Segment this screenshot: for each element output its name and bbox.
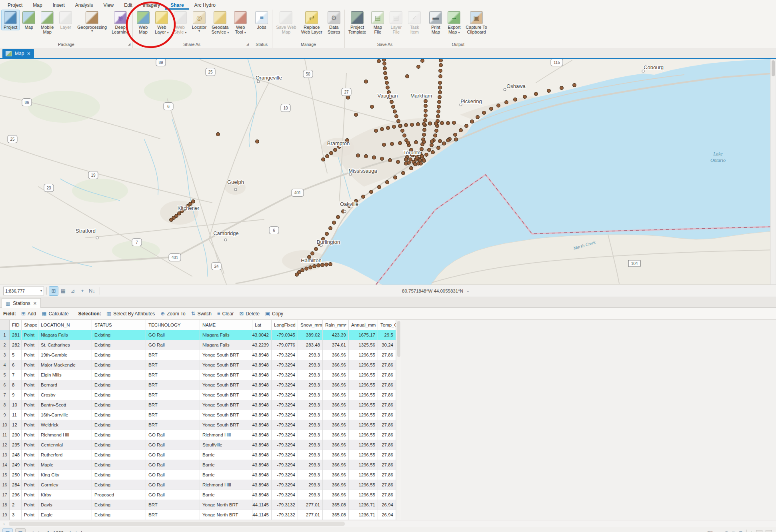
column-header-technology[interactable]: TECHNOLOGY bbox=[146, 320, 200, 330]
row-number-cell[interactable]: 19 bbox=[0, 510, 10, 520]
cell-temp_c[interactable]: 27.86 bbox=[378, 390, 396, 400]
column-header-lat[interactable]: Lat bbox=[252, 320, 272, 330]
cell-snow_mm[interactable]: 277.01 bbox=[298, 500, 323, 510]
table-row[interactable]: 14249PointMapleExistingGO RailBarrie43.8… bbox=[0, 460, 396, 470]
column-header-shape[interactable]: Shape bbox=[22, 320, 38, 330]
zoom-to-button[interactable]: ⊕Zoom To bbox=[158, 310, 188, 318]
station-point[interactable] bbox=[382, 143, 386, 147]
station-point[interactable] bbox=[430, 143, 434, 147]
cell-shape[interactable]: Point bbox=[22, 500, 38, 510]
station-point[interactable] bbox=[397, 120, 400, 123]
cell-technology[interactable]: GO Rail bbox=[146, 460, 200, 470]
copy-button[interactable]: ▣Copy bbox=[262, 310, 286, 318]
station-point[interactable] bbox=[380, 128, 384, 131]
cell-technology[interactable]: GO Rail bbox=[146, 480, 200, 490]
station-point[interactable] bbox=[523, 95, 527, 99]
cell-shape[interactable]: Point bbox=[22, 410, 38, 420]
cell-longfixed[interactable]: -79.3132 bbox=[272, 500, 298, 510]
station-point[interactable] bbox=[380, 157, 384, 161]
cell-fid[interactable]: 3 bbox=[10, 510, 22, 520]
cell-snow_mm[interactable]: 293.3 bbox=[298, 460, 323, 470]
cell-snow_mm[interactable]: 293.3 bbox=[298, 350, 323, 360]
cell-snow_mm[interactable]: 293.3 bbox=[298, 360, 323, 370]
cell-fid[interactable]: 235 bbox=[10, 440, 22, 450]
cell-lat[interactable]: 43.8948 bbox=[252, 380, 272, 390]
cell-temp_c[interactable]: 27.86 bbox=[378, 410, 396, 420]
station-point[interactable] bbox=[430, 140, 434, 143]
station-point[interactable] bbox=[446, 139, 450, 142]
cell-longfixed[interactable]: -79.3294 bbox=[272, 410, 298, 420]
row-number-cell[interactable]: 11 bbox=[0, 430, 10, 440]
station-point[interactable] bbox=[410, 123, 414, 127]
cell-fid[interactable]: 230 bbox=[10, 430, 22, 440]
cell-location_n[interactable]: Major Mackenzie bbox=[38, 360, 92, 370]
cell-temp_c[interactable]: 27.86 bbox=[378, 400, 396, 410]
web-tool-button[interactable]: WebTool ▾ bbox=[232, 10, 249, 35]
station-point[interactable] bbox=[256, 140, 259, 143]
table-row[interactable]: 16284PointGormleyExistingGO RailRichmond… bbox=[0, 480, 396, 490]
station-point[interactable] bbox=[435, 129, 438, 133]
cell-longfixed[interactable]: -79.3132 bbox=[272, 510, 298, 520]
cell-rain_mm[interactable]: 374.61 bbox=[323, 340, 349, 350]
station-point[interactable] bbox=[560, 86, 564, 90]
cell-rain_mm[interactable]: 366.96 bbox=[323, 410, 349, 420]
station-point[interactable] bbox=[421, 59, 424, 63]
scrollbar-thumb[interactable] bbox=[772, 60, 775, 76]
cell-annual_mm[interactable]: 1296.55 bbox=[349, 440, 378, 450]
column-header-snow_mm[interactable]: Snow_mm bbox=[298, 320, 323, 330]
station-point[interactable] bbox=[377, 60, 381, 63]
cell-rain_mm[interactable]: 366.96 bbox=[323, 390, 349, 400]
cell-lat[interactable]: 44.1145 bbox=[252, 510, 272, 520]
row-number-cell[interactable]: 17 bbox=[0, 490, 10, 500]
ribbon-tab-map[interactable]: Map bbox=[28, 1, 47, 10]
coordinate-readout[interactable]: 80.7571848°W 44.0055831°N ⌄ bbox=[402, 285, 470, 297]
row-number-cell[interactable]: 12 bbox=[0, 440, 10, 450]
scroll-left-icon[interactable]: ‹ bbox=[1, 521, 7, 526]
station-point[interactable] bbox=[392, 125, 396, 129]
cell-location_n[interactable]: Davis bbox=[38, 500, 92, 510]
cell-longfixed[interactable]: -79.0945 bbox=[272, 330, 298, 340]
table-vertical-scrollbar[interactable] bbox=[396, 320, 401, 520]
cell-status[interactable]: Existing bbox=[92, 430, 146, 440]
cell-rain_mm[interactable]: 366.96 bbox=[323, 460, 349, 470]
cell-shape[interactable]: Point bbox=[22, 390, 38, 400]
cell-lat[interactable]: 43.8948 bbox=[252, 350, 272, 360]
station-point[interactable] bbox=[497, 104, 500, 108]
cell-fid[interactable]: 248 bbox=[10, 450, 22, 460]
cell-name[interactable]: Yonge North BRT bbox=[200, 510, 252, 520]
cell-technology[interactable]: BRT bbox=[146, 380, 200, 390]
column-header-longfixed[interactable]: LongFixed bbox=[272, 320, 298, 330]
cell-temp_c[interactable]: 27.86 bbox=[378, 350, 396, 360]
cell-name[interactable]: Yonge South BRT bbox=[200, 420, 252, 430]
row-number-cell[interactable]: 7 bbox=[0, 390, 10, 400]
cell-name[interactable]: Barrie bbox=[200, 460, 252, 470]
station-point[interactable] bbox=[372, 156, 376, 159]
cell-status[interactable]: Existing bbox=[92, 380, 146, 390]
cell-status[interactable]: Existing bbox=[92, 330, 146, 340]
cell-longfixed[interactable]: -79.3294 bbox=[272, 380, 298, 390]
cell-name[interactable]: Yonge South BRT bbox=[200, 410, 252, 420]
geodata-service-button[interactable]: GeodataService ▾ bbox=[209, 10, 231, 35]
cell-name[interactable]: Yonge South BRT bbox=[200, 380, 252, 390]
next-record-icon[interactable]: ▶ bbox=[38, 530, 42, 532]
station-point[interactable] bbox=[403, 134, 406, 137]
row-number-cell[interactable]: 13 bbox=[0, 450, 10, 460]
locator-button[interactable]: ◎Locator▾ bbox=[190, 10, 209, 33]
table-horizontal-scrollbar[interactable]: ‹ bbox=[0, 520, 776, 527]
station-point[interactable] bbox=[476, 116, 480, 119]
cell-lat[interactable]: 43.8948 bbox=[252, 480, 272, 490]
cell-snow_mm[interactable]: 293.3 bbox=[298, 420, 323, 430]
cell-longfixed[interactable]: -79.3294 bbox=[272, 390, 298, 400]
cell-name[interactable]: Stouffville bbox=[200, 440, 252, 450]
cell-fid[interactable]: 10 bbox=[10, 400, 22, 410]
station-point[interactable] bbox=[390, 142, 394, 146]
cell-status[interactable]: Existing bbox=[92, 460, 146, 470]
cell-technology[interactable]: BRT bbox=[146, 500, 200, 510]
table-row[interactable]: 13248PointRutherfordExistingGO RailBarri… bbox=[0, 450, 396, 460]
cell-name[interactable]: Barrie bbox=[200, 450, 252, 460]
cell-lat[interactable]: 43.2239 bbox=[252, 340, 272, 350]
cell-shape[interactable]: Point bbox=[22, 360, 38, 370]
cell-fid[interactable]: 11 bbox=[10, 410, 22, 420]
funnel-icon[interactable]: ▼ bbox=[738, 530, 743, 532]
column-header-annual_mm[interactable]: Annual_mm bbox=[349, 320, 378, 330]
